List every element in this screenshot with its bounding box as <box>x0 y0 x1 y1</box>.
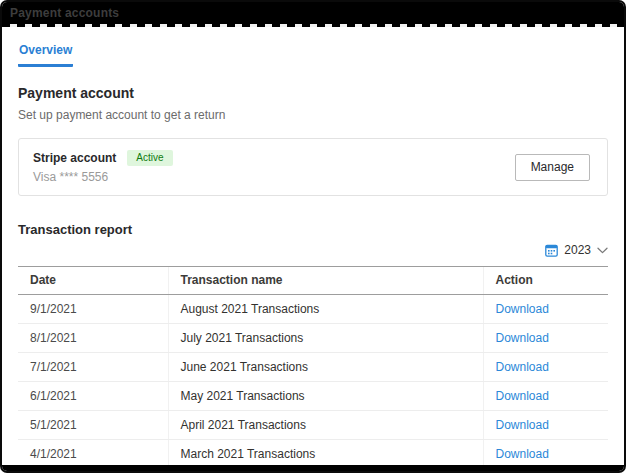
status-badge: Active <box>127 150 172 166</box>
calendar-icon <box>545 244 558 257</box>
download-link[interactable]: Download <box>496 418 549 432</box>
account-info: Stripe account Active Visa **** 5556 <box>33 150 173 184</box>
capture-bottom-bar <box>2 465 624 471</box>
card-number: Visa **** 5556 <box>33 170 173 184</box>
action-cell: Download <box>483 324 608 353</box>
action-cell: Download <box>483 411 608 440</box>
date-cell: 8/1/2021 <box>18 324 168 353</box>
download-link[interactable]: Download <box>496 447 549 461</box>
transaction-name-cell: June 2021 Transactions <box>168 353 483 382</box>
transaction-table: Date Transaction name Action 9/1/2021 Au… <box>18 266 608 469</box>
column-header-action: Action <box>483 267 608 295</box>
chevron-down-icon <box>597 247 608 254</box>
download-link[interactable]: Download <box>496 302 549 316</box>
capture-titlebar: Payment accounts <box>2 2 624 24</box>
download-link[interactable]: Download <box>496 389 549 403</box>
account-name: Stripe account <box>33 151 116 165</box>
tab-bar: Overview <box>18 27 608 67</box>
action-cell: Download <box>483 382 608 411</box>
table-row: 6/1/2021 May 2021 Transactions Download <box>18 382 608 411</box>
column-header-transaction-name: Transaction name <box>168 267 483 295</box>
download-link[interactable]: Download <box>496 360 549 374</box>
page-content: Overview Payment account Set up payment … <box>2 27 624 469</box>
stripe-account-card: Stripe account Active Visa **** 5556 Man… <box>18 138 608 196</box>
column-header-date: Date <box>18 267 168 295</box>
table-row: 7/1/2021 June 2021 Transactions Download <box>18 353 608 382</box>
date-cell: 6/1/2021 <box>18 382 168 411</box>
transaction-name-cell: July 2021 Transactions <box>168 324 483 353</box>
year-value: 2023 <box>564 243 591 257</box>
date-cell: 5/1/2021 <box>18 411 168 440</box>
year-filter-row: 2023 <box>18 239 608 261</box>
action-cell: Download <box>483 353 608 382</box>
table-row: 8/1/2021 July 2021 Transactions Download <box>18 324 608 353</box>
action-cell: Download <box>483 295 608 324</box>
transaction-report-heading: Transaction report <box>18 222 608 237</box>
transaction-name-cell: May 2021 Transactions <box>168 382 483 411</box>
table-row: 9/1/2021 August 2021 Transactions Downlo… <box>18 295 608 324</box>
table-header-row: Date Transaction name Action <box>18 267 608 295</box>
app-window: Payment accounts Overview Payment accoun… <box>0 0 626 473</box>
table-row: 5/1/2021 April 2021 Transactions Downloa… <box>18 411 608 440</box>
transaction-name-cell: April 2021 Transactions <box>168 411 483 440</box>
transaction-table-body: 9/1/2021 August 2021 Transactions Downlo… <box>18 295 608 469</box>
payment-account-heading: Payment account <box>18 85 608 101</box>
window-title: Payment accounts <box>10 6 119 20</box>
transaction-name-cell: August 2021 Transactions <box>168 295 483 324</box>
date-cell: 9/1/2021 <box>18 295 168 324</box>
year-filter-dropdown[interactable]: 2023 <box>545 243 608 257</box>
date-cell: 7/1/2021 <box>18 353 168 382</box>
manage-button[interactable]: Manage <box>515 154 590 181</box>
payment-account-subheading: Set up payment account to get a return <box>18 108 608 122</box>
tab-overview[interactable]: Overview <box>18 43 73 67</box>
download-link[interactable]: Download <box>496 331 549 345</box>
